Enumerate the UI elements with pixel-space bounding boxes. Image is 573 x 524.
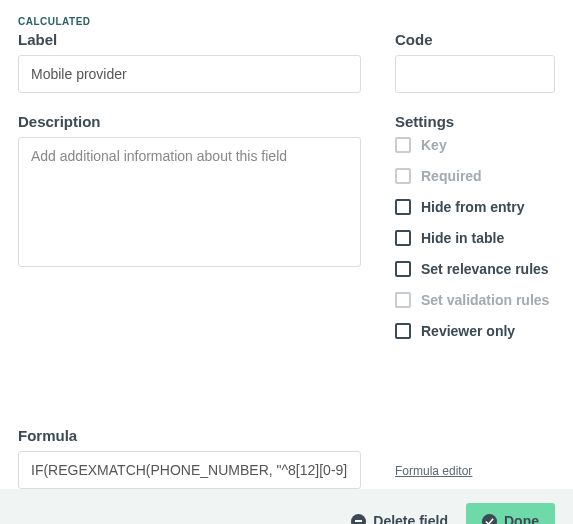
checkbox-icon: [395, 168, 411, 184]
settings-heading: Settings: [395, 113, 555, 130]
check-icon: [482, 514, 497, 525]
description-input[interactable]: [18, 137, 361, 267]
setting-label: Required: [421, 168, 482, 184]
checkbox-icon: [395, 137, 411, 153]
footer: Delete field Done: [0, 489, 573, 524]
setting-validation-rules: Set validation rules: [395, 292, 555, 308]
setting-required: Required: [395, 168, 555, 184]
checkbox-icon: [395, 199, 411, 215]
checkbox-icon: [395, 323, 411, 339]
setting-label: Set relevance rules: [421, 261, 549, 277]
checkbox-icon: [395, 230, 411, 246]
formula-input[interactable]: [18, 451, 361, 489]
formula-heading: Formula: [18, 427, 361, 444]
description-heading: Description: [18, 113, 361, 130]
setting-reviewer-only[interactable]: Reviewer only: [395, 323, 555, 339]
setting-hide-in-table[interactable]: Hide in table: [395, 230, 555, 246]
label-input[interactable]: [18, 55, 361, 93]
setting-label: Reviewer only: [421, 323, 515, 339]
setting-label: Key: [421, 137, 447, 153]
code-input[interactable]: [395, 55, 555, 93]
minus-icon: [351, 514, 366, 525]
setting-key: Key: [395, 137, 555, 153]
setting-relevance-rules[interactable]: Set relevance rules: [395, 261, 555, 277]
checkbox-icon: [395, 292, 411, 308]
code-heading: Code: [395, 31, 555, 48]
delete-field-button[interactable]: Delete field: [351, 513, 448, 524]
field-type-badge: CALCULATED: [18, 16, 555, 27]
done-button[interactable]: Done: [466, 503, 555, 524]
formula-editor-link[interactable]: Formula editor: [395, 464, 472, 478]
label-heading: Label: [18, 31, 361, 48]
setting-label: Hide from entry: [421, 199, 524, 215]
setting-label: Set validation rules: [421, 292, 549, 308]
settings-list: Key Required Hide from entry Hide in tab…: [395, 137, 555, 339]
setting-label: Hide in table: [421, 230, 504, 246]
delete-label: Delete field: [373, 513, 448, 524]
done-label: Done: [504, 513, 539, 524]
checkbox-icon: [395, 261, 411, 277]
setting-hide-from-entry[interactable]: Hide from entry: [395, 199, 555, 215]
